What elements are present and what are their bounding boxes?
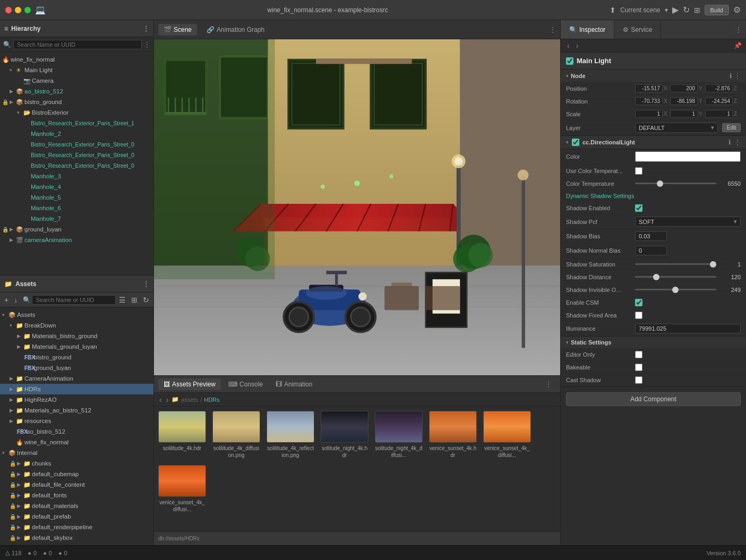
- forward-button[interactable]: ›: [165, 395, 170, 404]
- minimize-button[interactable]: [15, 7, 21, 13]
- tab-console[interactable]: ⌨ Console: [223, 378, 268, 390]
- tree-item-mesh1[interactable]: Bistro_Research_Exterior_Paris_Street_1: [0, 118, 153, 128]
- node-section-header[interactable]: ▾ Node ℹ ⋮: [561, 70, 746, 82]
- tab-animation[interactable]: 🎞 Animation: [270, 378, 318, 390]
- assets-internal[interactable]: ▾ 📦 Internal: [0, 447, 153, 458]
- scale-y-input[interactable]: [670, 110, 698, 118]
- assets-scene[interactable]: 🔥 wine_fix_normal: [0, 437, 153, 447]
- tree-item-groundluyan[interactable]: 🔒 ▶ 📦 ground_luyan: [0, 224, 153, 235]
- tree-item-manhole5[interactable]: Manhole_5: [0, 192, 153, 203]
- assets-chunks[interactable]: 🔒 ▶ 📁 chunks: [0, 458, 153, 469]
- assets-cameraanim[interactable]: ▶ 📁 CameraAnimation: [0, 373, 153, 384]
- assets-fbx-bistro[interactable]: FBX bistro_ground: [0, 352, 153, 363]
- use-color-temp-checkbox[interactable]: [635, 167, 642, 175]
- layout-button[interactable]: ⊞: [694, 6, 700, 14]
- tree-item-cameraAnimation[interactable]: ▶ 🎬 cameraAnimation: [0, 235, 153, 245]
- static-settings-header[interactable]: ▾ Static Settings: [561, 337, 746, 348]
- dl-enabled-checkbox[interactable]: [572, 139, 579, 146]
- assets-search-input[interactable]: [32, 295, 116, 305]
- tree-item-manhole3[interactable]: Manhole_3: [0, 171, 153, 182]
- tab-assets-preview[interactable]: 🖼 Assets Preview: [158, 378, 221, 390]
- asset-item-hdr6[interactable]: venice_sunset_4k.hdr: [429, 411, 477, 459]
- tree-item-manhole4[interactable]: Manhole_4: [0, 182, 153, 192]
- tree-item-mainlight[interactable]: ▾ ☀ Main Light: [0, 65, 153, 75]
- assets-skybox[interactable]: 🔒 ▶ 📁 default_skybox: [0, 532, 153, 543]
- inspector-menu-icon[interactable]: ⋮: [731, 26, 746, 33]
- enable-csm-checkbox[interactable]: [635, 299, 642, 306]
- position-y-input[interactable]: [670, 84, 698, 92]
- asset-item-hdr2[interactable]: solilitude_4k_diffusion.png: [212, 411, 260, 459]
- tree-item-manhole7[interactable]: Manhole_7: [0, 213, 153, 224]
- assets-menu-icon[interactable]: ⋮: [143, 280, 149, 288]
- shadow-distance-slider[interactable]: [635, 276, 716, 278]
- rotation-x-input[interactable]: [635, 97, 663, 105]
- scale-x-input[interactable]: [635, 110, 663, 118]
- tab-service[interactable]: ⚙ Service: [614, 20, 661, 39]
- back-nav-button[interactable]: ‹: [565, 41, 572, 50]
- assets-renderpipeline[interactable]: 🔒 ▶ 📁 default_renderpipeline: [0, 522, 153, 532]
- assets-breakdown[interactable]: ▾ 📁 BreakDown: [0, 320, 153, 331]
- play-button[interactable]: ▶: [672, 5, 679, 15]
- asset-item-hdr3[interactable]: solilitude_4k_reflection.png: [267, 411, 314, 459]
- assets-mat-bistro[interactable]: ▶ 📁 Materials_bistro_ground: [0, 331, 153, 341]
- color-temp-slider[interactable]: [635, 183, 716, 184]
- assets-resources[interactable]: ▶ 📁 resources: [0, 416, 153, 426]
- asset-item-hdr1[interactable]: solilitude_4k.hdr: [158, 411, 206, 459]
- assets-fonts[interactable]: 🔒 ▶ 📁 default_fonts: [0, 490, 153, 501]
- color-picker[interactable]: [635, 151, 741, 162]
- assets-fbx-ground[interactable]: FBX ground_luyan: [0, 363, 153, 373]
- editor-only-checkbox[interactable]: [635, 351, 642, 358]
- close-button[interactable]: [5, 7, 12, 13]
- back-button[interactable]: ‹: [158, 395, 163, 404]
- viewport-menu-icon[interactable]: ⋮: [550, 26, 556, 33]
- assets-list-view[interactable]: ☰: [117, 295, 128, 305]
- assets-materials[interactable]: 🔒 ▶ 📁 default_materials: [0, 501, 153, 511]
- import-asset-button[interactable]: ↓: [12, 295, 20, 305]
- tree-item-bistroground[interactable]: 🔒 ▶ 📦 bistro_ground: [0, 97, 153, 107]
- tree-item-mesh3[interactable]: Bistro_Research_Exterior_Paris_Street_0: [0, 150, 153, 160]
- asset-item-hdr4[interactable]: solitude_night_4k.hdr: [321, 411, 368, 459]
- shadow-normal-bias-input[interactable]: [635, 246, 667, 255]
- dl-info-button[interactable]: ℹ: [728, 139, 731, 146]
- tab-animation-graph[interactable]: 🔗 Animation Graph: [201, 24, 270, 36]
- shadow-invisible-slider[interactable]: [635, 289, 716, 290]
- scale-z-input[interactable]: [705, 110, 733, 118]
- asset-item-hdr8[interactable]: venice_sunset_4k_diffusi...: [158, 465, 206, 513]
- assets-filecontent[interactable]: 🔒 ▶ 📁 default_file_content: [0, 479, 153, 490]
- shadow-saturation-slider[interactable]: [635, 263, 716, 265]
- tab-inspector[interactable]: 🔍 Inspector: [561, 20, 614, 39]
- dl-menu-button[interactable]: ⋮: [734, 139, 741, 146]
- illuminance-input[interactable]: [635, 324, 741, 333]
- position-x-input[interactable]: [635, 84, 663, 92]
- assets-cubemap[interactable]: 🔒 ▶ 📁 default_cubemap: [0, 469, 153, 479]
- pin-button[interactable]: 📌: [734, 42, 742, 49]
- tree-item-mesh2[interactable]: Bistro_Research_Exterior_Paris_Street_0: [0, 139, 153, 150]
- layer-dropdown[interactable]: DEFAULT ▾: [635, 123, 718, 133]
- shadow-fixed-checkbox[interactable]: [635, 312, 642, 319]
- bottom-panel-menu[interactable]: ⋮: [541, 381, 556, 388]
- assets-fbx-ao[interactable]: FBX ao_bistro_512: [0, 426, 153, 437]
- tree-item-manhole2[interactable]: Manhole_2: [0, 128, 153, 139]
- assets-refresh[interactable]: ↻: [141, 295, 151, 305]
- dynamic-shadow-link[interactable]: Dynamic Shadow Settings: [561, 190, 746, 202]
- assets-tree-root[interactable]: ▾ 📦 Assets: [0, 309, 153, 320]
- shadow-pcf-dropdown[interactable]: SOFT ▾: [635, 217, 741, 227]
- assets-prefab[interactable]: 🔒 ▶ 📁 default_prefab: [0, 511, 153, 522]
- node-info-button[interactable]: ℹ: [730, 72, 732, 80]
- asset-item-hdr7[interactable]: venice_sunset_4k_diffusi...: [483, 411, 531, 459]
- refresh-button[interactable]: ↻: [683, 5, 690, 15]
- layer-edit-button[interactable]: Edit: [722, 123, 741, 132]
- asset-item-hdr5[interactable]: solitude_night_4k_diffusi...: [375, 411, 423, 459]
- maximize-button[interactable]: [24, 7, 31, 13]
- tree-item-bistroext[interactable]: ▾ 📂 BistroExterior: [0, 107, 153, 118]
- forward-nav-button[interactable]: ›: [574, 41, 581, 50]
- entity-enabled-checkbox[interactable]: [566, 57, 573, 65]
- assets-hdrs[interactable]: ▶ 📁 HDRs: [0, 384, 153, 394]
- assets-grid-view[interactable]: ⊞: [129, 295, 140, 305]
- shadow-enabled-checkbox[interactable]: [635, 204, 642, 212]
- tree-item-camera[interactable]: 📷 Camera: [0, 75, 153, 86]
- tree-item-root[interactable]: 🔥 wine_fix_normal: [0, 54, 153, 65]
- build-button[interactable]: Build: [705, 5, 729, 15]
- rotation-z-input[interactable]: [705, 97, 733, 105]
- assets-highrezao[interactable]: ▶ 📁 HighRezAO: [0, 394, 153, 405]
